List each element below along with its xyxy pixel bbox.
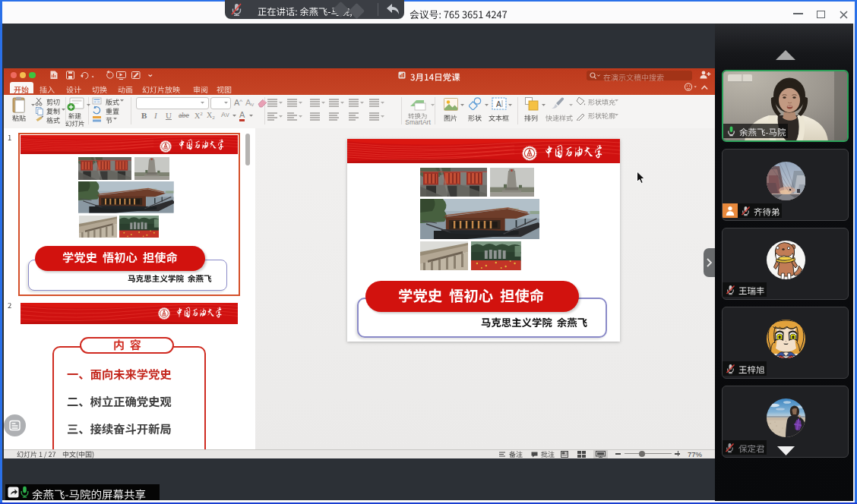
svg-text:A: A: [496, 100, 501, 109]
